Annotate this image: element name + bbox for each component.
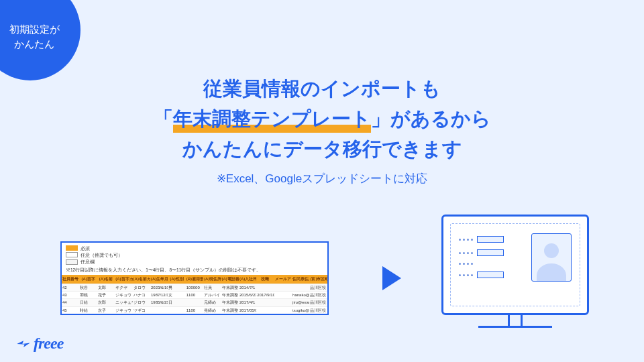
table-cell xyxy=(256,306,274,314)
table-header-cell: (A)苗字 xyxy=(79,275,97,284)
table-cell: アルバイト xyxy=(203,291,221,298)
table-cell: 1100 xyxy=(186,291,203,298)
table-cell: 43 xyxy=(62,291,79,298)
spreadsheet-preview: 必須 任意（推奨でも可） 任意欄 ※12行目以降に情報を入力ください。1〜4行目… xyxy=(60,241,329,315)
table-cell: 2017/9/10 xyxy=(256,291,274,298)
table-header-cell: (A)性別 xyxy=(168,275,185,284)
table-header-cell: (A)入社日 xyxy=(239,275,256,284)
table-cell: 花子 xyxy=(97,291,115,298)
table-header-cell: (A)現住所 xyxy=(203,275,221,284)
table-header-cell: (官)市区町村コード xyxy=(309,275,327,284)
table-cell: 社員 xyxy=(203,284,221,291)
table-cell: 太郎 xyxy=(97,284,115,291)
badge-line1: 初期設定が xyxy=(9,22,60,38)
table-cell: 品川区役 xyxy=(309,306,327,314)
headline-line1: 従業員情報のインポートも xyxy=(203,74,441,104)
headline-line2: 「年末調整テンプレート」があるから xyxy=(154,104,491,134)
table-cell: 44 xyxy=(62,299,79,306)
headline-subnote: ※Excel、Googleスプレッドシートに対応 xyxy=(0,171,644,186)
avatar-body-icon xyxy=(537,263,566,282)
table-row: 42秋谷太郎キクヤタロウ2023/6/19男100000社員年末調整2014/7… xyxy=(62,284,327,291)
bird-icon xyxy=(15,335,32,353)
brand-name: freee xyxy=(34,335,63,353)
table-cell: 2014/7/1 xyxy=(239,284,256,291)
table-cell: 年末調整 xyxy=(221,284,239,291)
table-cell: 2017/4/1 xyxy=(239,299,256,306)
table-header-cell: (A)名前 xyxy=(97,275,115,284)
table-cell: 100000 xyxy=(186,284,203,291)
badge-line2: かんたん xyxy=(9,37,60,52)
table-cell: 次子 xyxy=(97,306,115,314)
table-cell: 45 xyxy=(62,306,79,314)
table-cell xyxy=(150,306,168,314)
table-cell xyxy=(186,299,203,306)
table-cell: 2023/6/19 xyxy=(150,284,168,291)
table-cell: キクヤ xyxy=(115,284,132,291)
table-cell: ジロウ xyxy=(133,299,150,306)
table-cell: 時給 xyxy=(79,306,97,314)
table-cell: 品川区役 xyxy=(309,299,327,306)
table-cell: 元締め xyxy=(203,299,221,306)
headline: 従業員情報のインポートも 「年末調整テンプレート」があるから かんたんにデータ移… xyxy=(0,74,644,186)
form-column xyxy=(459,233,522,278)
spreadsheet-table: 社員番号(A)苗字(A)名前(A)苗字カナ(A)名前カナ(A)生年月日(A)性別… xyxy=(62,275,327,314)
content-row: 必須 任意（推奨でも可） 任意欄 ※12行目以降に情報を入力ください。1〜4行目… xyxy=(60,215,604,342)
table-cell: ハナコ xyxy=(133,291,150,298)
swatch-recommended xyxy=(66,252,78,257)
table-header-cell: メールアドレス xyxy=(274,275,292,284)
table-row: 43羽根花子ジキョウハナコ1987/12/1女1100アルバイト年末調整2015… xyxy=(62,291,327,298)
table-cell: 男 xyxy=(168,284,185,291)
table-cell: 品川区役 xyxy=(309,284,327,291)
table-cell xyxy=(274,284,292,291)
table-cell: 1985/6/23 xyxy=(150,299,168,306)
table-header-cell: (A)生年月日 xyxy=(150,275,168,284)
arrow-icon xyxy=(382,266,401,290)
monitor-screen xyxy=(450,223,580,306)
table-cell: 秋谷 xyxy=(79,284,97,291)
form-row xyxy=(459,263,522,265)
table-cell xyxy=(274,291,292,298)
avatar-placeholder xyxy=(531,233,572,282)
table-header-cell: 社員番号 xyxy=(62,275,79,284)
form-field xyxy=(477,249,504,256)
dots-icon xyxy=(459,263,473,265)
table-cell: 年末調整 xyxy=(221,299,239,306)
headline-line3: かんたんにデータ移行できます xyxy=(182,134,462,164)
form-field xyxy=(477,272,504,278)
table-cell: 次郎 xyxy=(97,299,115,306)
monitor-frame xyxy=(441,215,589,315)
table-header-cell: (A)電話番号 xyxy=(221,275,239,284)
table-header-cell: 住民票住所 xyxy=(292,275,309,284)
table-cell: 2015/6/23 xyxy=(239,291,256,298)
sheet-note: ※12行目以降に情報を入力ください。1〜4行目、8〜11行目（サンプル）の削除は… xyxy=(62,267,327,275)
table-cell: 女 xyxy=(168,291,185,298)
dots-icon xyxy=(459,274,473,276)
legend: 必須 任意（推奨でも可） 任意欄 xyxy=(62,243,327,267)
table-cell: 1987/12/1 xyxy=(150,291,168,298)
avatar-head-icon xyxy=(544,243,559,258)
brand-logo: freee xyxy=(15,335,63,353)
table-cell: ニッキュウ xyxy=(115,299,132,306)
table-cell: 1100 xyxy=(186,306,203,314)
table-cell: タロウ xyxy=(133,284,150,291)
table-cell: 年末調整 xyxy=(221,306,239,314)
dots-icon xyxy=(459,239,473,241)
table-header-cell: (A)名前カナ xyxy=(133,275,150,284)
table-row: 45時給次子ジキョウツギコ1100発締め年末調整2017/05/04tsugik… xyxy=(62,306,327,314)
table-header-cell: (A)苗字カナ xyxy=(115,275,132,284)
dots-icon xyxy=(459,252,473,254)
table-cell xyxy=(274,306,292,314)
table-cell: ツギコ xyxy=(133,306,150,314)
table-cell: 日 xyxy=(168,299,185,306)
table-cell: tsugiko@e 345-0001 xyxy=(292,306,309,314)
swatch-required xyxy=(66,245,78,251)
table-cell: 品川区役 xyxy=(309,291,327,298)
table-header-row: 社員番号(A)苗字(A)名前(A)苗字カナ(A)名前カナ(A)生年月日(A)性別… xyxy=(62,275,327,284)
table-cell xyxy=(256,284,274,291)
monitor-base xyxy=(478,326,552,328)
table-cell: ジキョウ xyxy=(115,306,132,314)
table-cell: 羽根 xyxy=(79,291,97,298)
table-cell: hanako@ce 345-0001 xyxy=(292,291,309,298)
monitor-illustration xyxy=(435,215,596,342)
table-row: 44日給次郎ニッキュウジロウ1985/6/23日元締め年末調整2017/4/1j… xyxy=(62,299,327,306)
